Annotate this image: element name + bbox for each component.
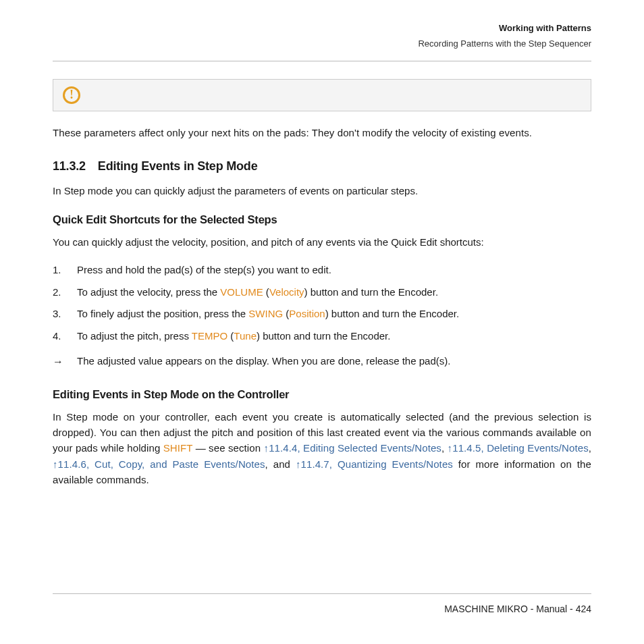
page-header: Working with Patterns Recording Patterns… xyxy=(53,22,591,61)
subsection-heading-controller: Editing Events in Step Mode on the Contr… xyxy=(53,388,591,401)
intro-paragraph: These parameters affect only your next h… xyxy=(53,125,591,140)
step-text: To adjust the pitch, press TEMPO (Tune) … xyxy=(77,330,390,342)
list-item: 1. Press and hold the pad(s) of the step… xyxy=(53,259,591,281)
arrow-icon: → xyxy=(53,354,63,370)
footer-divider xyxy=(53,593,591,594)
section-title: Editing Events in Step Mode xyxy=(98,159,258,173)
keyword-position: Position xyxy=(289,308,325,319)
header-title: Working with Patterns xyxy=(53,22,591,36)
step-text: Press and hold the pad(s) of the step(s)… xyxy=(77,264,331,275)
list-item: 3. To finely adjust the position, press … xyxy=(53,303,591,325)
keyword-shift: SHIFT xyxy=(163,442,193,454)
alert-box: ! xyxy=(53,79,591,111)
steps-list: 1. Press and hold the pad(s) of the step… xyxy=(53,259,591,347)
result-line: → The adjusted value appears on the disp… xyxy=(53,347,591,373)
section-heading: 11.3.2Editing Events in Step Mode xyxy=(53,159,591,173)
list-item: 2. To adjust the velocity, press the VOL… xyxy=(53,281,591,304)
step-text: To adjust the velocity, press the VOLUME… xyxy=(77,286,438,298)
keyword-velocity: Velocity xyxy=(269,286,304,298)
xref-link[interactable]: ↑11.4.5, Deleting Events/Notes xyxy=(448,442,589,454)
controller-paragraph: In Step mode on your controller, each ev… xyxy=(53,409,591,487)
subsection-heading-shortcuts: Quick Edit Shortcuts for the Selected St… xyxy=(53,213,591,226)
step-number: 3. xyxy=(53,306,61,322)
alert-icon: ! xyxy=(63,86,80,104)
section-number: 11.3.2 xyxy=(53,159,86,173)
section-intro: In Step mode you can quickly adjust the … xyxy=(53,183,591,198)
xref-link[interactable]: ↑11.4.6, Cut, Copy, and Paste Events/Not… xyxy=(53,458,265,470)
xref-link[interactable]: ↑11.4.7, Quantizing Events/Notes xyxy=(296,458,453,470)
page-footer: MASCHINE MIKRO - Manual - 424 xyxy=(444,603,591,614)
step-number: 4. xyxy=(53,329,61,344)
keyword-volume: VOLUME xyxy=(220,286,263,298)
keyword-swing: SWING xyxy=(248,308,283,319)
result-text: The adjusted value appears on the displa… xyxy=(77,355,450,367)
xref-link[interactable]: ↑11.4.4, Editing Selected Events/Notes xyxy=(264,442,441,454)
list-item: 4. To adjust the pitch, press TEMPO (Tun… xyxy=(53,325,591,348)
keyword-tempo: TEMPO xyxy=(192,330,227,342)
shortcuts-intro: You can quickly adjust the velocity, pos… xyxy=(53,234,591,250)
header-subtitle: Recording Patterns with the Step Sequenc… xyxy=(53,37,591,51)
step-number: 1. xyxy=(53,263,61,278)
keyword-tune: Tune xyxy=(234,330,257,342)
step-text: To finely adjust the position, press the… xyxy=(77,308,459,319)
step-number: 2. xyxy=(53,285,61,300)
